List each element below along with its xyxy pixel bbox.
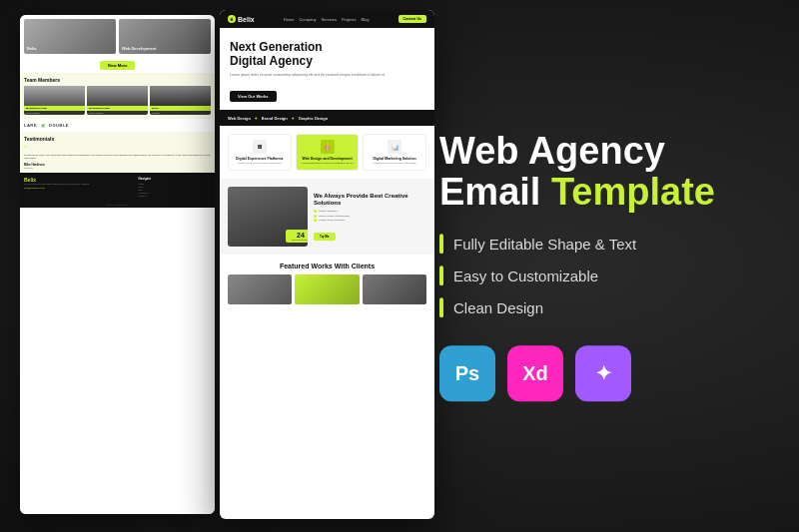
nav-projects: Projects: [342, 17, 356, 22]
email-logo: B Belix: [228, 15, 255, 23]
solution-item-3: Social Media Marketing: [314, 219, 426, 222]
solutions-section: 24 YEAR EXPERIENCE We Always Provide Bes…: [220, 179, 434, 255]
team-card-2: MADISON PAYNE Senior Designer: [87, 86, 148, 115]
hero-subtext: Lorem ipsum dolor sit amet consectetur a…: [230, 73, 424, 78]
logo-double: DOUBLE: [49, 123, 69, 128]
feature-item-3: Clean Design: [439, 297, 779, 317]
service-label-3: Graphic Design: [299, 116, 329, 121]
solutions-cta-button[interactable]: Try Me: [314, 233, 336, 241]
nav-links: Home Company Services Projects Blog: [284, 17, 370, 22]
mini-nav-contact: Contact Us: [139, 192, 211, 194]
hero-heading: Next Generation Digital Agency: [230, 40, 424, 69]
solution-item-1: Digital Marketing: [314, 210, 426, 213]
tool-xd-wrapper: Xd: [507, 345, 563, 401]
tool-xd-label: Xd: [522, 362, 548, 385]
check-bar-2: [439, 266, 443, 285]
nav-home: Home: [284, 17, 295, 22]
feature-card-2: 🎨 Web Design and Development Lorem ipsum…: [296, 134, 360, 171]
marketing-line2: Email: [439, 172, 540, 214]
mini-author-role: Developer: [24, 167, 211, 169]
feature-desc-3: Lorem ipsum dolor sit amet consectetur: [367, 162, 422, 165]
feature-desc-1: Lorem ipsum dolor sit amet consectetur: [232, 162, 288, 165]
tool-fig-badge: ✦: [575, 345, 631, 401]
featured-item-2: [295, 274, 359, 304]
tool-xd-badge: Xd: [507, 345, 563, 401]
mini-thumb-label-2: Web Development: [122, 46, 157, 51]
nav-company: Company: [299, 17, 316, 22]
mini-header-thumbs: Belix Web Development: [20, 15, 215, 58]
feature-title-1: Digital Experience Platforms: [232, 157, 288, 161]
mini-logos-bar: LARK 🌿 DOUBLE: [20, 119, 215, 132]
feature-item-1: Fully Editable Shape & Text: [439, 234, 779, 254]
feature-title-2: Web Design and Development: [300, 157, 356, 161]
tool-fig-wrapper: ✦: [575, 345, 631, 401]
feature-text-1: Fully Editable Shape & Text: [453, 236, 636, 253]
tools-row: Ps Xd ✦: [439, 345, 779, 401]
hero-line2: Digital Agency: [230, 54, 313, 68]
logo-icon: B: [228, 15, 236, 23]
mini-thumb-label-1: Belix: [27, 46, 37, 51]
logo-text: Belix: [238, 16, 255, 23]
featured-grid: [228, 274, 426, 304]
mini-team-title: Team Members: [24, 77, 211, 83]
mini-team-section: Team Members MADISON PAYNE Senior Design…: [20, 73, 215, 119]
mini-thumb-webdev: Web Development: [119, 19, 211, 54]
feature-card-3: 📊 Digital Marketing Solution Lorem ipsum…: [363, 134, 426, 171]
check-bar-3: [439, 297, 443, 317]
feature-text-3: Clean Design: [453, 299, 543, 316]
solution-item-2: Search Engine Optimization: [314, 215, 426, 218]
tool-ps-badge: Ps: [439, 345, 495, 401]
logo-separator: 🌿: [41, 124, 45, 128]
mini-footer-email: info@emaildp.com: [24, 187, 133, 190]
mini-footer-left: Belix Hi I'm Nick Bow, a digital design …: [24, 177, 133, 198]
feature-item-2: Easy to Customizable: [439, 266, 779, 285]
feature-desc-2: Lorem ipsum dolor sit amet consectetur s…: [300, 162, 356, 165]
feature-list: Fully Editable Shape & Text Easy to Cust…: [439, 234, 779, 317]
hero-line1: Next Generation: [230, 40, 323, 54]
service-branddesign: Brand Design: [262, 116, 288, 121]
mini-quote-text: On the other hand, We denounce with righ…: [24, 154, 211, 161]
exp-label: YEAR EXPERIENCE: [290, 239, 308, 241]
team-role-1: Senior Designer: [24, 111, 85, 115]
featured-item-1: [228, 274, 292, 304]
nav-blog: Blog: [361, 17, 369, 22]
mini-footer-right: Navigate Home Work Blog Contact Us About…: [139, 177, 211, 198]
logo-lark: LARK: [24, 123, 37, 128]
mini-footer-desc: Hi I'm Nick Bow, a digital design direct…: [24, 183, 133, 186]
solutions-image: 24 YEAR EXPERIENCE: [228, 187, 308, 247]
mini-view-more-btn: View More: [100, 61, 136, 70]
feature-icon-3: 📊: [388, 140, 401, 154]
check-bar-1: [439, 234, 443, 254]
features-section: 🖥 Digital Experience Platforms Lorem ips…: [220, 126, 434, 179]
nav-services: Services: [322, 17, 337, 22]
team-card-1: MADISON PAYNE Senior Designer: [24, 86, 85, 115]
tool-ps-wrapper: Ps: [439, 345, 495, 401]
mini-testimonials: Testimonials " On the other hand, We den…: [20, 132, 215, 173]
mini-copyright: © 2024 All rights reserved: [20, 202, 215, 208]
solutions-list: Digital Marketing Search Engine Optimiza…: [314, 210, 426, 222]
feature-card-1: 🖥 Digital Experience Platforms Lorem ips…: [228, 134, 292, 171]
center-panel-preview: B Belix Home Company Services Projects B…: [220, 10, 434, 519]
experience-badge: 24 YEAR EXPERIENCE: [286, 230, 308, 243]
service-graphicdesign: Graphic Design: [299, 116, 329, 121]
featured-title: Featured Works With Clients: [228, 263, 426, 269]
team-card-3: MAD... Designer: [150, 86, 211, 115]
nav-cta-button[interactable]: Contact Us: [399, 15, 426, 23]
mini-testimonials-title: Testimonials: [24, 136, 211, 142]
hero-cta-button[interactable]: View Our Works: [230, 91, 277, 102]
email-hero: Next Generation Digital Agency Lorem ips…: [220, 28, 434, 110]
service-label-1: Web Design: [228, 116, 251, 121]
service-webdesign: Web Design: [228, 116, 251, 121]
left-panel-preview: Belix Web Development View More Team Mem…: [20, 15, 215, 514]
email-navbar: B Belix Home Company Services Projects B…: [220, 10, 434, 28]
service-plus-1: +: [255, 115, 258, 121]
marketing-line3: Template: [551, 172, 715, 214]
service-label-2: Brand Design: [262, 116, 288, 121]
team-role-2: Senior Designer: [87, 111, 148, 115]
tool-fig-label: ✦: [595, 361, 612, 385]
mini-nav-blog: Blog: [139, 189, 211, 191]
services-bar: Web Design + Brand Design + Graphic Desi…: [220, 110, 434, 126]
marketing-title: Web Agency Email Template: [439, 131, 779, 215]
mini-nav-work: Work: [139, 186, 211, 188]
feature-title-3: Digital Marketing Solution: [367, 157, 422, 161]
